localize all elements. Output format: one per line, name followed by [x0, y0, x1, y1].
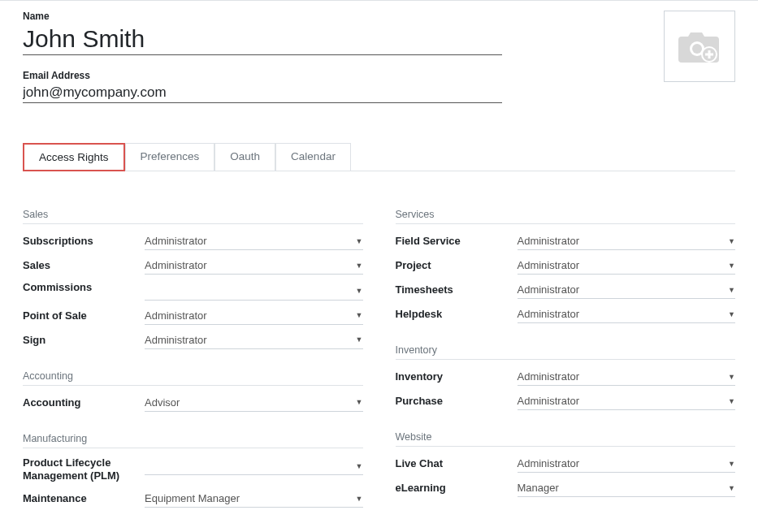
tab-calendar[interactable]: Calendar	[275, 143, 351, 171]
value-sales: Administrator	[145, 259, 207, 271]
select-field-service[interactable]: Administrator ▼	[518, 232, 736, 250]
select-purchase[interactable]: Administrator ▼	[518, 392, 736, 410]
tab-preferences[interactable]: Preferences	[125, 143, 215, 171]
select-subscriptions[interactable]: Administrator ▼	[145, 232, 363, 250]
select-plm[interactable]: ▼	[145, 457, 363, 475]
section-inventory: Inventory	[396, 344, 736, 360]
caret-down-icon: ▼	[728, 237, 735, 245]
label-plm: Product Lifecycle Management (PLM)	[23, 456, 145, 484]
label-field-service: Field Service	[396, 235, 518, 249]
caret-down-icon: ▼	[356, 287, 363, 295]
tab-access-rights[interactable]: Access Rights	[23, 143, 125, 171]
select-elearning[interactable]: Manager ▼	[518, 479, 736, 497]
caret-down-icon: ▼	[356, 237, 363, 245]
photo-upload[interactable]	[664, 11, 735, 82]
label-project: Project	[396, 259, 518, 273]
value-pos: Administrator	[145, 309, 207, 322]
label-accounting: Accounting	[23, 396, 145, 410]
label-timesheets: Timesheets	[396, 283, 518, 297]
tab-bar: Access Rights Preferences Oauth Calendar	[23, 142, 735, 171]
caret-down-icon: ▼	[728, 373, 735, 381]
name-input[interactable]	[23, 24, 502, 55]
label-pos: Point of Sale	[23, 309, 145, 323]
select-livechat[interactable]: Administrator ▼	[518, 455, 736, 473]
select-maintenance[interactable]: Equipment Manager ▼	[145, 490, 363, 508]
label-commissions: Commissions	[23, 281, 145, 295]
label-subscriptions: Subscriptions	[23, 235, 145, 249]
label-purchase: Purchase	[396, 395, 518, 409]
camera-plus-icon	[678, 28, 721, 64]
caret-down-icon: ▼	[728, 262, 735, 270]
tab-oauth[interactable]: Oauth	[214, 143, 275, 171]
caret-down-icon: ▼	[356, 335, 363, 344]
select-timesheets[interactable]: Administrator ▼	[518, 281, 736, 299]
label-helpdesk: Helpdesk	[396, 308, 518, 322]
label-sign: Sign	[23, 334, 145, 348]
name-label: Name	[23, 11, 502, 22]
select-sales[interactable]: Administrator ▼	[145, 257, 363, 275]
section-services: Services	[396, 209, 736, 224]
value-inventory: Administrator	[518, 370, 580, 383]
select-project[interactable]: Administrator ▼	[518, 257, 736, 275]
value-sign: Administrator	[145, 334, 207, 346]
svg-rect-4	[705, 54, 713, 56]
select-accounting[interactable]: Advisor ▼	[145, 394, 363, 412]
caret-down-icon: ▼	[356, 398, 363, 406]
value-subscriptions: Administrator	[145, 235, 207, 247]
value-livechat: Administrator	[518, 457, 580, 469]
caret-down-icon: ▼	[728, 286, 735, 294]
email-label: Email Address	[23, 70, 502, 81]
caret-down-icon: ▼	[356, 311, 363, 319]
caret-down-icon: ▼	[728, 310, 735, 318]
label-elearning: eLearning	[396, 482, 518, 495]
select-commissions[interactable]: ▼	[145, 283, 363, 301]
select-helpdesk[interactable]: Administrator ▼	[518, 305, 736, 323]
section-website: Website	[396, 431, 736, 447]
value-purchase: Administrator	[518, 395, 580, 407]
label-inventory: Inventory	[396, 370, 518, 384]
select-pos[interactable]: Administrator ▼	[145, 307, 363, 325]
value-accounting: Advisor	[145, 396, 180, 409]
value-maintenance: Equipment Manager	[145, 492, 240, 504]
label-sales: Sales	[23, 259, 145, 273]
caret-down-icon: ▼	[728, 460, 735, 468]
value-field-service: Administrator	[518, 235, 580, 247]
caret-down-icon: ▼	[356, 262, 363, 270]
caret-down-icon: ▼	[728, 397, 735, 405]
svg-point-1	[692, 44, 702, 54]
caret-down-icon: ▼	[356, 462, 363, 470]
value-elearning: Manager	[518, 482, 559, 494]
value-helpdesk: Administrator	[518, 308, 580, 320]
select-inventory[interactable]: Administrator ▼	[518, 368, 736, 386]
section-accounting: Accounting	[23, 370, 363, 386]
value-timesheets: Administrator	[518, 283, 580, 296]
label-livechat: Live Chat	[396, 457, 518, 471]
caret-down-icon: ▼	[356, 495, 363, 503]
label-maintenance: Maintenance	[23, 492, 145, 506]
value-project: Administrator	[518, 259, 580, 271]
select-sign[interactable]: Administrator ▼	[145, 331, 363, 349]
section-sales: Sales	[23, 209, 363, 224]
section-manufacturing: Manufacturing	[23, 433, 363, 448]
caret-down-icon: ▼	[728, 484, 735, 492]
email-input[interactable]	[23, 83, 502, 103]
